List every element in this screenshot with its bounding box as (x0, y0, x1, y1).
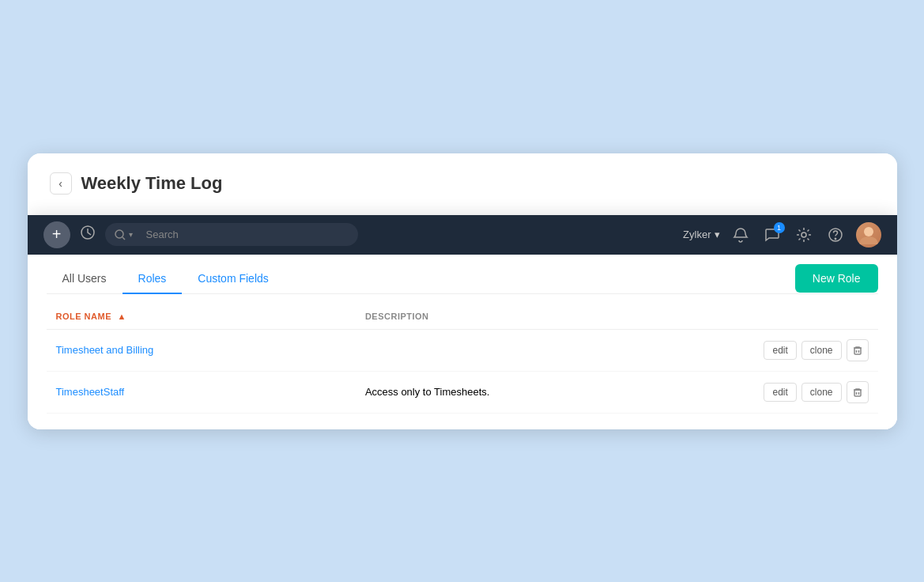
svg-point-7 (801, 232, 806, 237)
new-role-button[interactable]: New Role (795, 264, 878, 293)
sort-icon: ▲ (118, 312, 126, 321)
help-icon[interactable] (824, 224, 847, 246)
svg-point-5 (115, 230, 123, 238)
edit-role-2[interactable]: edit (764, 383, 796, 402)
tab-all-users[interactable]: All Users (47, 264, 123, 294)
svg-line-6 (123, 237, 125, 240)
timelog-header: ‹ Weekly Time Log (50, 172, 875, 195)
search-icon: ▾ (115, 229, 133, 240)
chevron-down-icon: ▾ (715, 229, 720, 240)
svg-point-9 (835, 238, 835, 239)
bottom-section: + ▾ Zylker ▾ (28, 215, 897, 429)
notification-icon[interactable] (730, 224, 752, 246)
add-button[interactable]: + (43, 221, 70, 248)
avatar[interactable] (856, 222, 881, 248)
search-wrap: ▾ (105, 223, 358, 246)
search-chevron-icon: ▾ (129, 230, 133, 239)
delete-role-1[interactable] (847, 339, 869, 361)
role-name-2[interactable]: TimesheetStaff (56, 386, 125, 398)
settings-icon[interactable] (793, 224, 815, 246)
edit-role-1[interactable]: edit (764, 341, 796, 360)
role-desc-2: Access only to Timesheets. (356, 371, 736, 413)
role-row: Timesheet and Billing edit clone (47, 329, 878, 371)
svg-point-10 (864, 227, 873, 236)
main-card: ‹ Weekly Time Log September 2-8 Septembe… (28, 153, 897, 429)
tab-custom-fields[interactable]: Custom Fields (182, 264, 284, 294)
toolbar: + ▾ Zylker ▾ (28, 215, 897, 255)
org-name[interactable]: Zylker ▾ (683, 229, 719, 240)
role-row: TimesheetStaff Access only to Timesheets… (47, 371, 878, 413)
role-actions-1: edit clone (745, 339, 869, 361)
users-section: All Users Roles Custom Fields New Role R… (28, 255, 897, 429)
back-button[interactable]: ‹ (50, 172, 72, 195)
users-tabs: All Users Roles Custom Fields New Role (47, 255, 878, 294)
col-description-header: DESCRIPTION (356, 304, 736, 330)
search-input[interactable] (105, 223, 358, 246)
messages-icon[interactable]: 1 (761, 224, 783, 246)
clone-role-2[interactable]: clone (801, 383, 842, 402)
delete-role-2[interactable] (847, 381, 869, 403)
clone-role-1[interactable]: clone (801, 341, 842, 360)
svg-rect-11 (854, 348, 861, 354)
badge-count: 1 (774, 222, 785, 233)
role-name-1[interactable]: Timesheet and Billing (56, 344, 154, 356)
tab-roles[interactable]: Roles (123, 264, 183, 294)
col-role-name-header: ROLE NAME ▲ (47, 304, 356, 330)
roles-table: ROLE NAME ▲ DESCRIPTION Timesheet and Bi… (47, 304, 878, 414)
history-icon[interactable] (80, 225, 96, 244)
svg-rect-14 (854, 390, 861, 396)
page-title: Weekly Time Log (81, 173, 223, 194)
role-desc-1 (356, 329, 736, 371)
role-actions-2: edit clone (745, 381, 869, 403)
